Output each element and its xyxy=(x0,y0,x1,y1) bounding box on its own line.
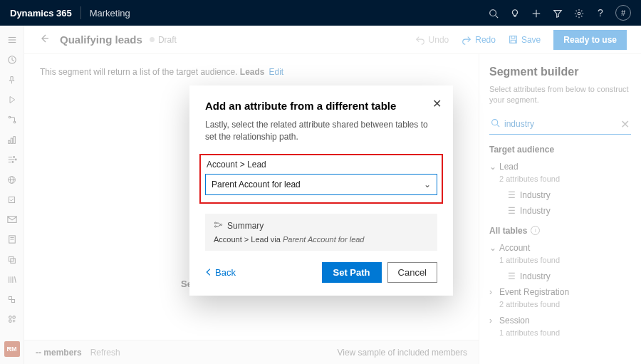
relationship-dropdown[interactable]: Parent Account for lead ⌄ xyxy=(205,174,437,195)
search-icon[interactable] xyxy=(483,7,504,19)
help-icon[interactable]: ? xyxy=(590,7,611,19)
settings-icon[interactable] xyxy=(568,7,590,19)
svg-line-1 xyxy=(496,16,499,19)
relationship-icon xyxy=(214,221,223,231)
summary-path: Account > Lead via Parent Account for le… xyxy=(214,235,429,244)
add-icon[interactable] xyxy=(526,7,547,19)
cancel-button[interactable]: Cancel xyxy=(387,262,437,283)
modal-back-button[interactable]: Back xyxy=(205,267,236,278)
modal-description: Lastly, select the related attribute sha… xyxy=(205,119,437,144)
add-attribute-modal: ✕ Add an attribute from a different tabl… xyxy=(189,85,453,296)
lightbulb-icon[interactable] xyxy=(504,7,526,19)
modal-title: Add an attribute from a different table xyxy=(205,100,437,112)
chevron-down-icon: ⌄ xyxy=(424,180,431,189)
app-name: Dynamics 365 xyxy=(10,8,72,19)
summary-box: Summary Account > Lead via Parent Accoun… xyxy=(205,214,437,251)
vertical-divider xyxy=(80,6,81,19)
set-path-button[interactable]: Set Path xyxy=(322,262,382,283)
close-icon[interactable]: ✕ xyxy=(432,97,442,110)
svg-point-48 xyxy=(221,224,222,225)
account-circle[interactable]: # xyxy=(615,5,631,21)
global-nav-bar: Dynamics 365 Marketing ? # xyxy=(0,0,641,26)
filter-icon[interactable] xyxy=(547,7,568,19)
highlight-box: Account > Lead Parent Account for lead ⌄ xyxy=(199,154,443,204)
svg-point-6 xyxy=(578,12,580,15)
summary-heading: Summary xyxy=(214,221,429,231)
svg-point-47 xyxy=(214,226,216,227)
app-area: Marketing xyxy=(90,8,130,19)
relationship-path-label: Account > Lead xyxy=(207,160,437,170)
svg-marker-5 xyxy=(554,11,562,18)
dropdown-value: Parent Account for lead xyxy=(212,180,301,189)
svg-point-0 xyxy=(490,10,496,16)
svg-point-46 xyxy=(214,222,216,224)
